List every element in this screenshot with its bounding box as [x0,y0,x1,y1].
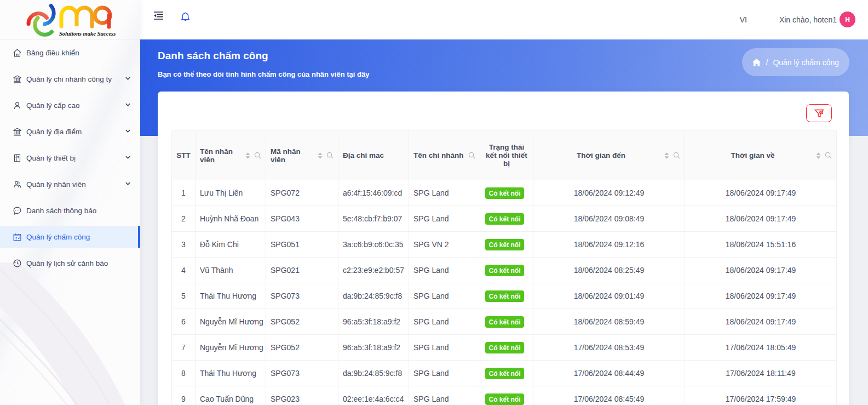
svg-text:Solutions make Success: Solutions make Success [59,31,116,37]
